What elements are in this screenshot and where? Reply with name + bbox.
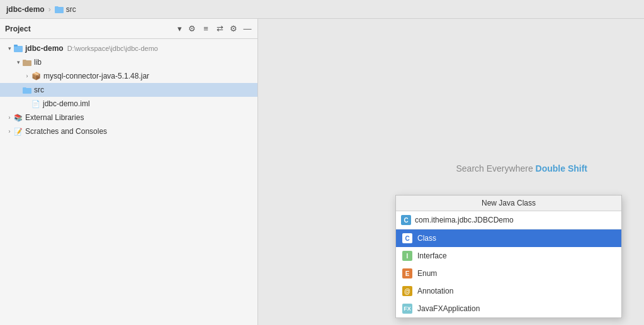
- tree-arrow-jdbc-demo: ▾: [5, 45, 14, 52]
- sidebar-toolbar: ⚙ ≡ ⇄ ⚙ —: [187, 24, 252, 34]
- tree-item-src[interactable]: › src: [0, 83, 257, 97]
- iml-icon: 📄: [31, 100, 40, 108]
- dialog-list-item-javafx[interactable]: FX JavaFXApplication: [396, 300, 621, 317]
- sidebar-header: Project ▾ ⚙ ≡ ⇄ ⚙ —: [0, 19, 257, 39]
- annotation-type-icon: @: [402, 286, 412, 296]
- expand-icon[interactable]: ⇄: [215, 24, 225, 34]
- dialog-list-item-class[interactable]: C Class: [396, 229, 621, 247]
- jar-icon: 📦: [31, 72, 41, 80]
- tree-label-scratches: Scratches and Consoles: [25, 127, 107, 136]
- tree-arrow-mysql-jar: ›: [23, 73, 31, 79]
- tree-item-jdbc-demo[interactable]: ▾ jdbc-demoD:\workspace\jdbc\jdbc-demo: [0, 41, 257, 55]
- dialog-list-item-annotation[interactable]: @ Annotation: [396, 282, 621, 300]
- tree-item-mysql-jar[interactable]: › 📦 mysql-connector-java-5.1.48.jar: [0, 69, 257, 83]
- interface-type-label: Interface: [417, 251, 447, 260]
- folder-icon: [55, 6, 64, 13]
- dialog-list-item-interface[interactable]: I Interface: [396, 247, 621, 265]
- tree-arrow-scratches: ›: [5, 128, 14, 135]
- tree-item-lib[interactable]: ▾ lib: [0, 55, 257, 69]
- tree-label-mysql-jar: mysql-connector-java-5.1.48.jar: [43, 72, 149, 80]
- javafx-type-icon: FX: [402, 304, 412, 314]
- search-hint-text: Search Everywhere: [456, 163, 533, 174]
- tree-label-lib: lib: [34, 58, 42, 67]
- breadcrumb-folder-label: src: [66, 5, 76, 14]
- svg-rect-1: [14, 45, 18, 47]
- new-java-class-dialog: New Java Class C C Class I Interface E: [395, 195, 622, 318]
- project-icon: [14, 45, 23, 52]
- ext-libs-icon: 📚: [14, 114, 23, 122]
- tree-arrow-lib: ▾: [14, 59, 23, 65]
- dialog-input-row: C: [396, 211, 621, 229]
- src-folder-icon: [23, 87, 31, 94]
- tree-label-jdbc-demo: jdbc-demoD:\workspace\jdbc\jdbc-demo: [25, 44, 158, 53]
- sidebar-title: Project: [5, 25, 172, 33]
- content-area: Search Everywhere Double Shift New Java …: [258, 19, 644, 325]
- dialog-list: C Class I Interface E Enum @ Annotation: [396, 229, 621, 317]
- annotation-type-label: Annotation: [417, 287, 453, 295]
- tree-item-scratches[interactable]: › 📝 Scratches and Consoles: [0, 124, 257, 138]
- interface-type-icon: I: [402, 251, 412, 261]
- tree-label-ext-libs: External Libraries: [25, 113, 84, 122]
- enum-type-label: Enum: [417, 269, 437, 278]
- lib-folder-icon: [23, 59, 31, 66]
- search-hint: Search Everywhere Double Shift: [456, 163, 588, 174]
- title-bar: jdbc-demo › src: [0, 0, 644, 19]
- tree-label-iml: jdbc-demo.iml: [43, 99, 90, 108]
- scratches-icon: 📝: [14, 128, 23, 136]
- new-class-input[interactable]: [415, 216, 616, 224]
- sidebar-dropdown-btn[interactable]: ▾: [174, 24, 184, 34]
- tree-arrow-ext-libs: ›: [5, 114, 14, 121]
- dialog-list-item-enum[interactable]: E Enum: [396, 265, 621, 282]
- settings-icon[interactable]: ⚙: [229, 24, 239, 34]
- sync-icon[interactable]: ⚙: [187, 24, 197, 34]
- enum-type-icon: E: [402, 268, 412, 278]
- breadcrumb-folder: src: [55, 5, 76, 14]
- sidebar: Project ▾ ⚙ ≡ ⇄ ⚙ — ▾ jdbc-demoD:\works: [0, 19, 258, 325]
- dialog-title: New Java Class: [396, 196, 621, 211]
- tree-item-iml[interactable]: 📄 jdbc-demo.iml: [0, 97, 257, 111]
- breadcrumb-project: jdbc-demo: [6, 5, 45, 14]
- dialog-class-icon: C: [401, 215, 411, 225]
- tree-label-src: src: [34, 85, 44, 94]
- class-type-label: Class: [417, 234, 436, 243]
- minimize-icon[interactable]: —: [242, 24, 252, 34]
- svg-rect-0: [14, 46, 23, 52]
- breadcrumb-sep: ›: [48, 5, 51, 14]
- javafx-type-label: JavaFXApplication: [417, 304, 480, 313]
- main-layout: Project ▾ ⚙ ≡ ⇄ ⚙ — ▾ jdbc-demoD:\works: [0, 19, 644, 325]
- collapse-icon[interactable]: ≡: [201, 24, 211, 34]
- sidebar-tree: ▾ jdbc-demoD:\workspace\jdbc\jdbc-demo ▾…: [0, 39, 257, 325]
- search-hint-shortcut: Double Shift: [536, 163, 587, 174]
- tree-item-ext-libs[interactable]: › 📚 External Libraries: [0, 111, 257, 124]
- class-type-icon: C: [402, 233, 412, 243]
